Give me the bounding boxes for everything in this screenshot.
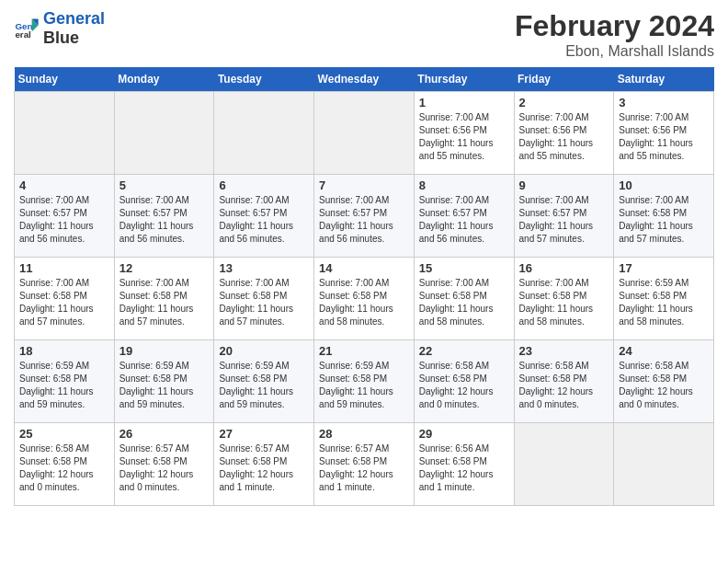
day-number: 26	[119, 427, 210, 441]
day-info: Sunrise: 6:59 AM Sunset: 6:58 PM Dayligh…	[119, 360, 210, 411]
calendar-cell: 29 Sunrise: 6:56 AM Sunset: 6:58 PM Dayl…	[414, 423, 514, 506]
main-title: February 2024	[515, 9, 714, 43]
calendar-cell: 9 Sunrise: 7:00 AM Sunset: 6:57 PM Dayli…	[514, 175, 614, 258]
day-info: Sunrise: 7:00 AM Sunset: 6:58 PM Dayligh…	[119, 277, 210, 328]
day-number: 23	[519, 344, 609, 358]
week-row-4: 25 Sunrise: 6:58 AM Sunset: 6:58 PM Dayl…	[15, 423, 714, 506]
day-number: 17	[619, 261, 709, 275]
day-number: 2	[519, 96, 609, 109]
week-row-0: 1 Sunrise: 7:00 AM Sunset: 6:56 PM Dayli…	[15, 92, 714, 175]
calendar-cell: 21 Sunrise: 6:59 AM Sunset: 6:58 PM Dayl…	[314, 340, 415, 423]
day-info: Sunrise: 6:59 AM Sunset: 6:58 PM Dayligh…	[19, 360, 109, 411]
day-header-saturday: Saturday	[614, 67, 714, 92]
logo-icon: Gen eral	[14, 16, 40, 41]
day-number: 12	[119, 261, 210, 275]
calendar-cell: 4 Sunrise: 7:00 AM Sunset: 6:57 PM Dayli…	[15, 175, 115, 258]
calendar-cell: 1 Sunrise: 7:00 AM Sunset: 6:56 PM Dayli…	[414, 92, 514, 175]
day-number: 21	[319, 344, 409, 358]
day-info: Sunrise: 6:59 AM Sunset: 6:58 PM Dayligh…	[319, 360, 409, 411]
day-info: Sunrise: 7:00 AM Sunset: 6:57 PM Dayligh…	[19, 194, 109, 246]
day-number: 11	[19, 261, 109, 275]
calendar-cell: 5 Sunrise: 7:00 AM Sunset: 6:57 PM Dayli…	[114, 175, 214, 258]
day-info: Sunrise: 7:00 AM Sunset: 6:58 PM Dayligh…	[619, 194, 709, 246]
calendar-cell: 19 Sunrise: 6:59 AM Sunset: 6:58 PM Dayl…	[114, 340, 214, 423]
header: Gen eral General Blue February 2024 Ebon…	[14, 9, 714, 60]
day-info: Sunrise: 7:00 AM Sunset: 6:57 PM Dayligh…	[119, 194, 210, 246]
calendar-cell: 2 Sunrise: 7:00 AM Sunset: 6:56 PM Dayli…	[514, 92, 614, 175]
day-info: Sunrise: 6:59 AM Sunset: 6:58 PM Dayligh…	[619, 277, 709, 328]
day-info: Sunrise: 7:00 AM Sunset: 6:58 PM Dayligh…	[219, 277, 309, 328]
day-number: 13	[219, 261, 309, 275]
calendar-cell: 25 Sunrise: 6:58 AM Sunset: 6:58 PM Dayl…	[15, 423, 115, 506]
calendar-cell	[214, 92, 314, 175]
day-number: 20	[219, 344, 309, 358]
calendar-cell: 11 Sunrise: 7:00 AM Sunset: 6:58 PM Dayl…	[15, 258, 115, 340]
logo: Gen eral General Blue	[14, 9, 105, 48]
day-info: Sunrise: 6:59 AM Sunset: 6:58 PM Dayligh…	[219, 360, 309, 411]
week-row-3: 18 Sunrise: 6:59 AM Sunset: 6:58 PM Dayl…	[15, 340, 714, 423]
calendar-cell	[15, 92, 115, 175]
day-info: Sunrise: 7:00 AM Sunset: 6:57 PM Dayligh…	[419, 194, 509, 246]
day-info: Sunrise: 6:57 AM Sunset: 6:58 PM Dayligh…	[119, 442, 210, 494]
title-block: February 2024 Ebon, Marshall Islands	[515, 9, 714, 60]
day-header-sunday: Sunday	[15, 67, 115, 92]
calendar-cell: 23 Sunrise: 6:58 AM Sunset: 6:58 PM Dayl…	[514, 340, 614, 423]
day-info: Sunrise: 6:58 AM Sunset: 6:58 PM Dayligh…	[19, 442, 109, 494]
day-info: Sunrise: 7:00 AM Sunset: 6:58 PM Dayligh…	[319, 277, 409, 328]
day-info: Sunrise: 6:58 AM Sunset: 6:58 PM Dayligh…	[519, 360, 609, 411]
logo-general: General	[43, 9, 105, 28]
calendar-cell: 24 Sunrise: 6:58 AM Sunset: 6:58 PM Dayl…	[614, 340, 714, 423]
day-info: Sunrise: 7:00 AM Sunset: 6:56 PM Dayligh…	[619, 111, 709, 163]
day-info: Sunrise: 7:00 AM Sunset: 6:58 PM Dayligh…	[519, 277, 609, 328]
calendar-cell: 7 Sunrise: 7:00 AM Sunset: 6:57 PM Dayli…	[314, 175, 415, 258]
calendar-cell: 28 Sunrise: 6:57 AM Sunset: 6:58 PM Dayl…	[314, 423, 415, 506]
calendar-cell	[514, 423, 614, 506]
day-header-wednesday: Wednesday	[314, 67, 415, 92]
day-number: 1	[419, 96, 509, 109]
day-header-monday: Monday	[114, 67, 214, 92]
calendar-cell: 22 Sunrise: 6:58 AM Sunset: 6:58 PM Dayl…	[414, 340, 514, 423]
day-info: Sunrise: 7:00 AM Sunset: 6:56 PM Dayligh…	[519, 111, 609, 163]
day-number: 9	[519, 178, 609, 192]
day-number: 28	[319, 427, 409, 441]
day-info: Sunrise: 7:00 AM Sunset: 6:58 PM Dayligh…	[19, 277, 109, 328]
week-row-2: 11 Sunrise: 7:00 AM Sunset: 6:58 PM Dayl…	[15, 258, 714, 340]
day-info: Sunrise: 6:57 AM Sunset: 6:58 PM Dayligh…	[219, 442, 309, 494]
week-row-1: 4 Sunrise: 7:00 AM Sunset: 6:57 PM Dayli…	[15, 175, 714, 258]
svg-text:eral: eral	[15, 29, 31, 40]
day-number: 18	[19, 344, 109, 358]
day-number: 24	[619, 344, 709, 358]
day-number: 22	[419, 344, 509, 358]
day-number: 19	[119, 344, 210, 358]
calendar-cell: 17 Sunrise: 6:59 AM Sunset: 6:58 PM Dayl…	[614, 258, 714, 340]
calendar-cell	[314, 92, 415, 175]
day-info: Sunrise: 7:00 AM Sunset: 6:58 PM Dayligh…	[419, 277, 509, 328]
day-number: 10	[619, 178, 709, 192]
day-number: 29	[419, 427, 509, 441]
calendar-header: SundayMondayTuesdayWednesdayThursdayFrid…	[15, 67, 714, 92]
subtitle: Ebon, Marshall Islands	[515, 43, 714, 60]
day-info: Sunrise: 7:00 AM Sunset: 6:57 PM Dayligh…	[219, 194, 309, 246]
calendar-table: SundayMondayTuesdayWednesdayThursdayFrid…	[14, 67, 714, 506]
day-number: 4	[19, 178, 109, 192]
day-info: Sunrise: 6:57 AM Sunset: 6:58 PM Dayligh…	[319, 442, 409, 494]
calendar-cell: 13 Sunrise: 7:00 AM Sunset: 6:58 PM Dayl…	[214, 258, 314, 340]
calendar-cell: 16 Sunrise: 7:00 AM Sunset: 6:58 PM Dayl…	[514, 258, 614, 340]
day-info: Sunrise: 6:58 AM Sunset: 6:58 PM Dayligh…	[419, 360, 509, 411]
day-number: 14	[319, 261, 409, 275]
calendar-cell: 14 Sunrise: 7:00 AM Sunset: 6:58 PM Dayl…	[314, 258, 415, 340]
calendar-cell: 12 Sunrise: 7:00 AM Sunset: 6:58 PM Dayl…	[114, 258, 214, 340]
calendar-cell: 6 Sunrise: 7:00 AM Sunset: 6:57 PM Dayli…	[214, 175, 314, 258]
day-number: 6	[219, 178, 309, 192]
day-number: 8	[419, 178, 509, 192]
calendar-cell: 27 Sunrise: 6:57 AM Sunset: 6:58 PM Dayl…	[214, 423, 314, 506]
day-header-thursday: Thursday	[414, 67, 514, 92]
day-info: Sunrise: 7:00 AM Sunset: 6:57 PM Dayligh…	[519, 194, 609, 246]
days-header-row: SundayMondayTuesdayWednesdayThursdayFrid…	[15, 67, 714, 92]
day-number: 3	[619, 96, 709, 109]
day-info: Sunrise: 7:00 AM Sunset: 6:56 PM Dayligh…	[419, 111, 509, 163]
day-number: 25	[19, 427, 109, 441]
day-header-tuesday: Tuesday	[214, 67, 314, 92]
calendar-body: 1 Sunrise: 7:00 AM Sunset: 6:56 PM Dayli…	[15, 92, 714, 506]
calendar-cell	[614, 423, 714, 506]
